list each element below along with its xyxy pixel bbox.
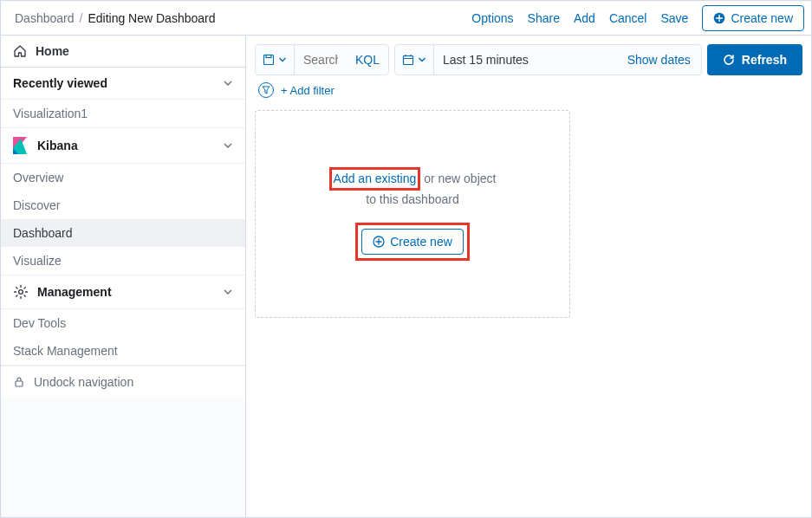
home-icon	[13, 44, 27, 58]
highlight-add-existing: Add an existing	[329, 167, 421, 191]
chevron-down-icon	[418, 55, 426, 64]
time-range-text[interactable]: Last 15 minutes	[434, 53, 537, 67]
plus-circle-icon	[713, 12, 725, 24]
home-label: Home	[36, 44, 69, 58]
calendar-button[interactable]	[395, 45, 434, 74]
management-section-header[interactable]: Management	[1, 275, 245, 309]
top-header: Dashboard / Editing New Dashboard Option…	[1, 1, 811, 36]
refresh-label: Refresh	[742, 53, 787, 67]
sidebar-item-overview[interactable]: Overview	[1, 164, 245, 191]
svg-rect-4	[266, 55, 271, 58]
query-bar: KQL Last 15 minutes Show dates	[255, 44, 802, 75]
lock-icon	[13, 376, 25, 388]
chevron-down-icon	[223, 140, 233, 151]
or-new-text: or new object	[420, 172, 496, 185]
kibana-label: Kibana	[37, 139, 78, 152]
kibana-logo-icon	[13, 137, 29, 154]
add-existing-link[interactable]: Add an existing	[334, 172, 417, 185]
filter-menu-icon[interactable]	[258, 82, 274, 98]
sidebar-item-visualize[interactable]: Visualize	[1, 247, 245, 275]
breadcrumb-separator: /	[80, 11, 83, 25]
show-dates-link[interactable]: Show dates	[617, 53, 701, 67]
sidebar-item-devtools[interactable]: Dev Tools	[1, 309, 245, 337]
refresh-icon	[723, 54, 735, 66]
dropzone-create-new-label: Create new	[390, 235, 452, 249]
refresh-button[interactable]: Refresh	[707, 44, 802, 75]
to-dashboard-text: to this dashboard	[366, 192, 458, 206]
management-label: Management	[37, 285, 112, 299]
gear-icon	[13, 284, 29, 300]
recently-viewed-header[interactable]: Recently viewed	[1, 68, 245, 100]
dropzone-create-new-button[interactable]: Create new	[361, 229, 464, 255]
svg-rect-3	[264, 55, 274, 65]
sidebar-item-discover[interactable]: Discover	[1, 191, 245, 219]
kql-button[interactable]: KQL	[347, 53, 388, 67]
options-link[interactable]: Options	[471, 11, 513, 25]
add-link[interactable]: Add	[574, 11, 595, 25]
create-new-button[interactable]: Create new	[702, 5, 804, 31]
filter-bar: + Add filter	[255, 81, 802, 101]
chevron-down-icon	[223, 287, 233, 297]
calendar-icon	[402, 54, 414, 66]
recently-viewed-items: Visualization1	[1, 100, 245, 128]
sidebar: Home Recently viewed Visualization1 Kiba…	[1, 36, 246, 517]
undock-label: Undock navigation	[34, 375, 133, 389]
kibana-items: Overview Discover Dashboard Visualize	[1, 164, 245, 275]
management-items: Dev Tools Stack Management	[1, 309, 245, 366]
time-range-group: Last 15 minutes Show dates	[394, 44, 702, 75]
recent-item[interactable]: Visualization1	[1, 100, 245, 127]
add-filter-link[interactable]: + Add filter	[281, 84, 335, 97]
saved-query-button[interactable]	[256, 45, 295, 74]
svg-point-1	[19, 290, 23, 295]
breadcrumb-root[interactable]: Dashboard	[15, 11, 75, 25]
svg-rect-5	[404, 56, 413, 65]
breadcrumb: Dashboard / Editing New Dashboard	[15, 11, 215, 25]
plus-circle-icon	[373, 236, 385, 248]
svg-rect-2	[16, 381, 23, 386]
dropzone-text: Add an existing or new object to this da…	[329, 167, 497, 209]
sidebar-home[interactable]: Home	[1, 36, 245, 68]
share-link[interactable]: Share	[528, 11, 560, 25]
search-input[interactable]	[295, 45, 347, 74]
sidebar-item-dashboard[interactable]: Dashboard	[1, 219, 245, 247]
cancel-link[interactable]: Cancel	[609, 11, 647, 25]
highlight-create-new: Create new	[355, 223, 470, 261]
header-actions: Options Share Add Cancel Save Create new	[471, 5, 804, 31]
breadcrumb-current: Editing New Dashboard	[88, 11, 215, 25]
recently-viewed-label: Recently viewed	[13, 76, 107, 90]
empty-dashboard-dropzone[interactable]: Add an existing or new object to this da…	[255, 110, 570, 318]
chevron-down-icon	[223, 78, 233, 88]
save-link[interactable]: Save	[660, 11, 688, 25]
main-content: KQL Last 15 minutes Show dates	[246, 36, 811, 517]
search-group: KQL	[255, 44, 389, 75]
kibana-section-header[interactable]: Kibana	[1, 128, 245, 164]
sidebar-item-stackmgmt[interactable]: Stack Management	[1, 337, 245, 365]
chevron-down-icon	[278, 55, 287, 64]
undock-navigation[interactable]: Undock navigation	[1, 366, 245, 398]
disk-icon	[263, 54, 275, 66]
create-new-label: Create new	[731, 11, 793, 25]
